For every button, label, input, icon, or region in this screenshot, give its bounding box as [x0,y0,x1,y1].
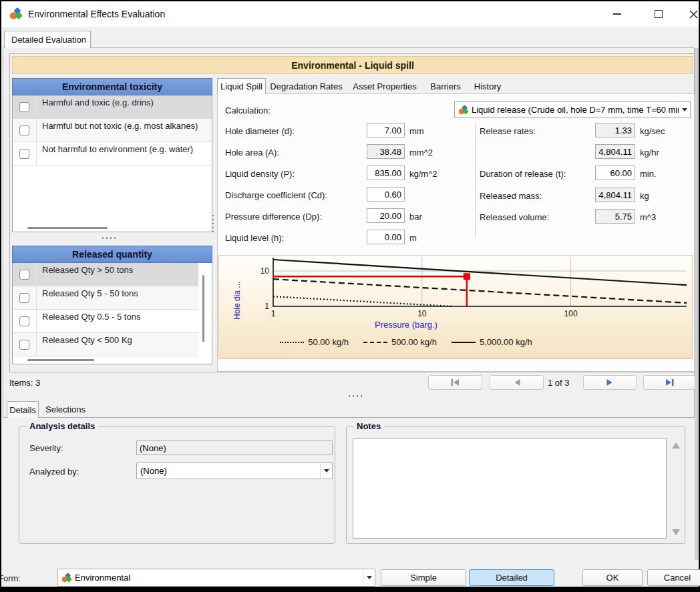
simple-button[interactable]: Simple [381,569,466,586]
vertical-scrollbar-thumb[interactable] [202,275,204,342]
app-icon [9,7,23,23]
analysis-details-title: Analysis details [27,421,98,431]
checkbox[interactable] [19,102,29,112]
chart-y-axis-label: Hole dia ... [232,280,273,320]
legend-item: 5,000.00 kg/h [452,337,532,347]
list-item[interactable]: Not harmful to environment (e.g. water) [13,142,212,166]
scroll-down-icon[interactable] [672,529,680,535]
tab-detailed-evaluation[interactable]: Detailed Evaluation [4,31,91,48]
severity-field [136,440,333,455]
checkbox[interactable] [19,149,29,159]
vertical-splitter-grip[interactable] [212,215,214,232]
notes-textarea[interactable] [353,438,667,539]
hole-area-unit: mm^2 [409,147,433,158]
list-item[interactable]: Released Qty < 500 Kg [13,333,198,356]
chevron-down-icon [682,108,687,111]
legend-label: 500.00 kg/h [391,337,437,347]
first-record-button[interactable] [428,375,482,390]
close-button[interactable] [682,4,700,24]
hole-area-label: Hole area (A): [225,147,279,158]
list-item-label: Released Qty > 50 tons [37,263,136,286]
dotted-line-icon [280,342,304,343]
checkbox[interactable] [19,270,29,280]
previous-record-button[interactable] [490,375,544,390]
pressure-difference-input[interactable] [367,208,405,223]
hole-area-input [367,144,405,159]
liquid-level-input[interactable] [367,230,405,244]
form-label: Form: [0,573,21,583]
minimize-icon [613,13,621,15]
list-item[interactable]: Released Qty 0.5 - 5 tons [13,310,198,333]
notes-title: Notes [354,421,383,431]
form-dropdown-button[interactable] [363,569,375,586]
horizontal-scrollbar-thumb[interactable] [27,227,108,229]
calculation-value: Liquid release (Crude oil, hole D=7 mm, … [472,105,679,115]
form-combo-value: Environmental [75,573,363,583]
discharge-coefficient-input[interactable] [367,187,405,202]
tab-degradation-rates[interactable]: Degradation Rates [267,78,345,94]
checkbox[interactable] [19,293,29,303]
tab-selections[interactable]: Selections [40,401,91,418]
environmental-effects-evaluation-window: Environmental Effects Evaluation Detaile… [0,0,700,592]
chevron-down-icon [324,469,329,473]
analyzed-by-label: Analyzed by: [29,467,79,477]
chart-plot: 110100110 [219,256,691,318]
release-rate-kgsec-unit: kg/sec [640,126,665,136]
analyzed-by-combo[interactable]: (None) [136,463,333,479]
chevron-down-icon [367,576,372,579]
duration-label: Duration of release (t): [480,169,566,179]
legend-label: 5,000.00 kg/h [480,337,532,347]
minimize-button[interactable] [606,4,629,24]
toxicity-list: Harmful and toxic (e.g. drins) Harmful b… [12,95,212,232]
list-item[interactable]: Harmful but not toxic (e.g. most alkanes… [13,119,212,142]
previous-record-icon [513,378,521,386]
liquid-density-input[interactable] [367,166,405,180]
items-count-label: Items: 3 [9,378,40,388]
next-record-button[interactable] [583,375,637,390]
checkbox[interactable] [19,340,29,350]
analyzed-by-value: (None) [137,466,320,476]
hole-diameter-input[interactable] [367,123,405,137]
last-record-button[interactable] [643,375,695,390]
ok-button[interactable]: OK [582,569,643,586]
tab-history[interactable]: History [468,78,507,94]
list-item[interactable]: Harmful and toxic (e.g. drins) [13,95,212,119]
form-combo-icon [61,573,72,583]
released-quantity-list: Released Qty > 50 tons Released Qty 5 - … [12,263,212,364]
main-splitter-grip[interactable] [349,395,365,397]
scroll-up-icon[interactable] [672,442,680,449]
calculation-dropdown-button[interactable] [679,102,690,117]
tab-details[interactable]: Details [7,401,39,418]
duration-input[interactable] [595,166,635,180]
horizontal-splitter-grip[interactable] [102,237,118,239]
form-combo[interactable]: Environmental [57,569,375,587]
pressure-difference-unit: bar [409,212,422,222]
horizontal-scrollbar-thumb[interactable] [27,359,94,361]
list-item[interactable]: Released Qty 5 - 50 tons [13,286,198,310]
window-title: Environmental Effects Evaluation [28,9,165,19]
release-rate-kghr-unit: kg/hr [640,147,659,158]
section-header: Environmental - Liquid spill [12,56,693,74]
tab-detailed-evaluation-label: Detailed Evaluation [11,35,86,45]
cancel-button[interactable]: Cancel [647,569,700,586]
first-record-icon [450,378,460,386]
severity-label: Severity: [29,443,63,453]
checkbox[interactable] [19,125,29,135]
chart-x-axis-label: Pressure (barg.) [279,320,533,330]
tab-asset-properties[interactable]: Asset Properties [348,78,421,94]
liquid-density-label: Liquid density (P): [225,169,295,179]
liquid-level-unit: m [409,233,417,243]
released-mass-unit: kg [640,191,649,201]
maximize-button[interactable] [647,4,670,24]
checkbox[interactable] [19,316,29,326]
calculation-combo[interactable]: Liquid release (Crude oil, hole D=7 mm, … [454,101,691,118]
solid-line-icon [452,342,476,343]
list-item[interactable]: Released Qty > 50 tons [13,263,198,286]
tab-barriers[interactable]: Barriers [425,78,466,94]
tab-liquid-spill[interactable]: Liquid Spill [217,78,266,94]
released-quantity-header: Released quantity [12,246,212,263]
detailed-button[interactable]: Detailed [469,569,554,586]
toxicity-header-label: Environmental toxicity [62,81,162,92]
analyzed-by-dropdown-button[interactable] [320,463,332,479]
pressure-difference-label: Pressure difference (Dp): [225,212,322,222]
